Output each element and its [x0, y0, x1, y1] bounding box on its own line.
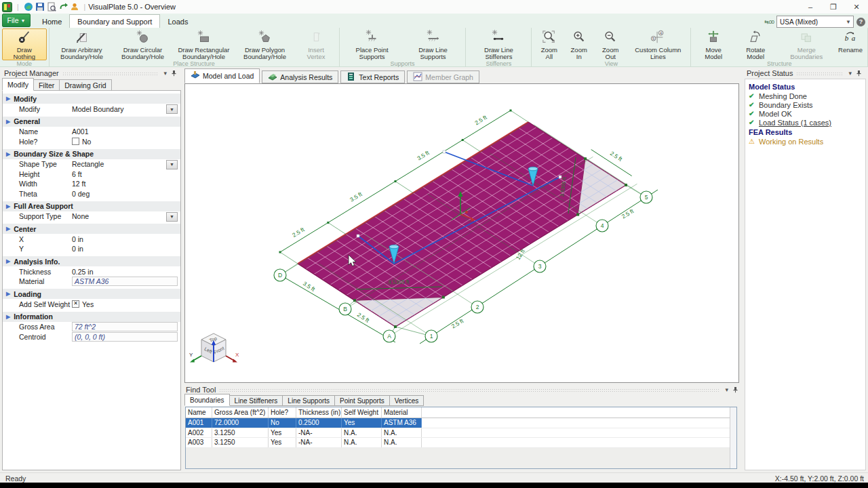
window-controls: –❐✕ [799, 0, 868, 14]
collapse-icon[interactable]: ▾ [848, 70, 852, 77]
find-tab-boundaries[interactable]: Boundaries [184, 394, 230, 406]
pin-icon[interactable] [171, 70, 177, 77]
column-header[interactable]: Material [382, 407, 422, 418]
table-scrollbar[interactable] [730, 407, 736, 468]
property-value[interactable]: Rectangle [72, 160, 104, 168]
button-label: Draw Nothing [5, 47, 44, 60]
table-row[interactable]: A0023.1250Yes-NA-N.A.N.A. [186, 428, 736, 439]
draw-rectangular-boundary-hole-button[interactable]: Draw Rectangular Boundary/Hole [174, 28, 235, 60]
collapse-icon[interactable]: ▾ [163, 70, 167, 77]
find-tab-point-supports[interactable]: Point Supports [334, 395, 390, 406]
tab-drawing-grid[interactable]: Drawing Grid [59, 79, 111, 91]
tab-label: Analysis Results [280, 73, 332, 81]
close-button[interactable]: ✕ [845, 0, 868, 14]
tab-label: Member Graph [425, 73, 473, 81]
section-header-analysis-info-[interactable]: ▶Analysis Info. [3, 256, 180, 266]
column-header[interactable]: Self Weight [342, 407, 382, 418]
point-supports-icon [365, 30, 380, 47]
place-point-supports-button[interactable]: Place Point Supports [342, 28, 403, 60]
help-icon[interactable]: ? [856, 18, 865, 26]
ribbon-group-place-structure: Draw Arbitrary Boundary/HoleDraw Circula… [50, 28, 340, 66]
section-header-center[interactable]: ▶Center [3, 224, 180, 234]
ribbon-tab-home[interactable]: Home [35, 15, 69, 28]
tab-filter[interactable]: Filter [33, 79, 60, 91]
button-label: Rotate Model [736, 47, 774, 60]
column-header[interactable]: Thickness (in) [296, 407, 342, 418]
table-row[interactable]: A0033.1250Yes-NA-N.A.N.A. [186, 438, 736, 448]
column-header[interactable]: Gross Area (ft^2) [212, 407, 269, 418]
section-header-full-area-support[interactable]: ▶Full Area Support [3, 201, 180, 211]
property-label: Modify [19, 105, 72, 113]
find-tab-line-stiffeners[interactable]: Line Stiffeners [229, 395, 283, 406]
draw-polygon-boundary-hole-button[interactable]: Draw Polygon Boundary/Hole [235, 28, 296, 60]
rotate-model-button[interactable]: Rotate Model [734, 28, 777, 60]
checkbox-checked[interactable]: ✕ [72, 300, 79, 308]
button-label: Zoom Out [596, 47, 625, 60]
draw-line-supports-button[interactable]: Draw Line Supports [403, 28, 464, 60]
open-icon[interactable] [24, 2, 33, 12]
pin-icon[interactable] [732, 386, 738, 393]
find-tab-vertices[interactable]: Vertices [389, 395, 425, 406]
visualplate-window: | | VisualPlate 5.0 - Overview –❐✕ File … [0, 0, 868, 488]
model-canvas[interactable]: 2.5 ft3.5 ft3.5 ft2.5 ft3.5 ft2.5 ft2.5 … [184, 83, 739, 383]
column-header[interactable]: Hole? [269, 407, 296, 418]
property-row-centroid: Centroid(0, 0, 0 ft) [3, 332, 180, 342]
section-header-modify[interactable]: ▶Modify [3, 94, 180, 104]
draw-circular-boundary-hole-button[interactable]: Draw Circular Boundary/Hole [113, 28, 174, 60]
table-cell: ASTM A36 [382, 418, 422, 428]
ribbon-tab-boundary-and-support[interactable]: Boundary and Support [69, 14, 160, 28]
view-tab-model-and-load[interactable]: Model and Load [184, 68, 260, 83]
print-preview-icon[interactable] [47, 2, 56, 12]
view-tab-text-reports[interactable]: Text Reports [340, 70, 405, 83]
property-value[interactable]: None [72, 212, 89, 220]
zoom-out-button[interactable]: Zoom Out [593, 28, 627, 60]
pin-icon[interactable] [856, 70, 862, 77]
file-menu-button[interactable]: File ▼ [2, 14, 31, 27]
minimize-button[interactable]: – [799, 0, 822, 14]
find-tab-line-supports[interactable]: Line Supports [282, 395, 335, 406]
save-icon[interactable] [35, 2, 45, 12]
checkbox-unchecked[interactable] [72, 138, 79, 145]
rename-button[interactable]: baRename [835, 28, 865, 60]
view-orientation-cube[interactable]: TopLeftFrontYX [188, 331, 239, 375]
drag-texture[interactable] [219, 388, 719, 392]
zoom-in-icon [572, 30, 587, 47]
title-bar: | | VisualPlate 5.0 - Overview –❐✕ [0, 0, 868, 14]
view-tab-analysis-results[interactable]: Analysis Results [262, 70, 338, 83]
zoom-in-button[interactable]: Zoom In [564, 28, 593, 60]
custom-column-lines-button[interactable]: 45Custom Column Lines [627, 28, 688, 60]
grid-bubble: 1 [425, 330, 437, 342]
section-header-information[interactable]: ▶Information [3, 312, 180, 322]
property-value[interactable]: Model Boundary [72, 105, 123, 113]
dropdown-button[interactable]: ▼ [166, 212, 178, 222]
status-item[interactable]: ✔Load Status (1 cases) [749, 118, 862, 127]
units-dropdown[interactable]: USA (Mixed) ▼ [776, 16, 854, 28]
tab-modify[interactable]: Modify [2, 78, 34, 91]
table-row[interactable]: A00172.0000No0.2500YesASTM A36 [186, 418, 736, 428]
draw-arbitrary-boundary-hole-button[interactable]: Draw Arbitrary Boundary/Hole [52, 28, 113, 60]
column-header[interactable]: Name [186, 407, 212, 418]
draw-nothing-icon [17, 30, 32, 47]
dropdown-button[interactable]: ▼ [166, 104, 178, 114]
draw-nothing-button[interactable]: Draw Nothing [2, 28, 47, 60]
maximize-button[interactable]: ❐ [822, 0, 845, 14]
drag-texture[interactable] [62, 72, 159, 75]
draw-line-stiffeners-button[interactable]: Draw Line Stiffeners [468, 28, 529, 60]
section-title: Information [14, 312, 53, 321]
section-header-boundary-size-shape[interactable]: ▶Boundary Size & Shape [3, 149, 180, 159]
project-status-panel: Project Status ▾ Model Status✔Meshing Do… [744, 68, 867, 471]
collapse-icon[interactable]: ▾ [725, 386, 728, 393]
help-user-icon[interactable] [70, 2, 79, 12]
section-header-general[interactable]: ▶General [3, 117, 180, 127]
undo-icon[interactable] [58, 2, 68, 12]
property-label: Width [19, 180, 72, 188]
move-model-button[interactable]: Move Model [693, 28, 734, 60]
drag-texture[interactable] [796, 72, 843, 75]
ribbon-tab-loads[interactable]: Loads [160, 15, 195, 28]
dropdown-button[interactable]: ▼ [166, 160, 178, 169]
zoom-all-button[interactable]: Zoom All [534, 28, 564, 60]
expand-arrow-icon: ▶ [6, 226, 10, 232]
group-label: Structure [693, 60, 865, 67]
section-header-loading[interactable]: ▶Loading [3, 289, 180, 299]
decimal-format-icon[interactable]: ⇆.00 [764, 19, 774, 25]
